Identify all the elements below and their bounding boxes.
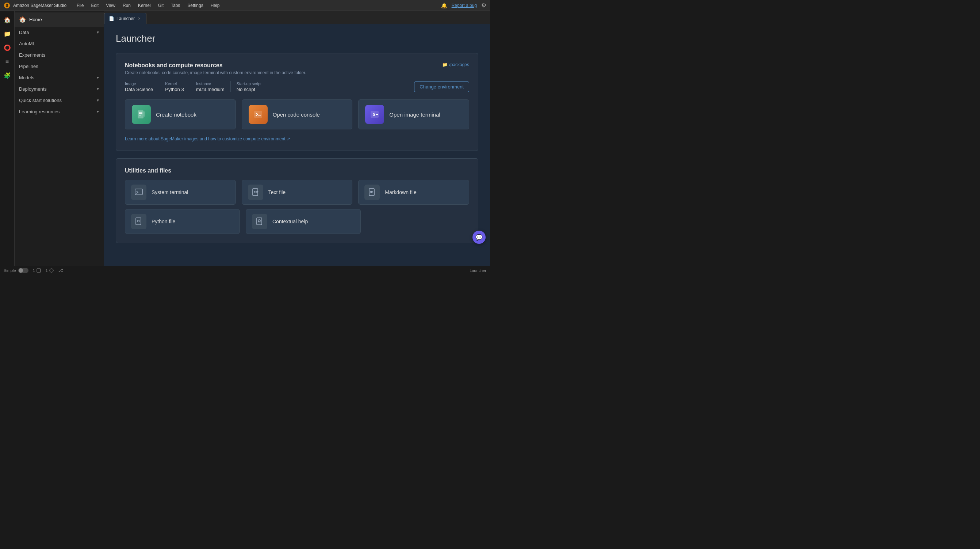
files-icon-btn[interactable]: 📁 [2,28,13,40]
sidebar-item-deployments[interactable]: Deployments ▼ [14,83,104,95]
main-layout: 🏠 📁 ⭕ ≡ 🧩 🏠 Home Data ▼ AutoML Experimen… [0,11,490,266]
create-notebook-button[interactable]: Create notebook [125,99,236,129]
create-notebook-label: Create notebook [156,112,196,118]
report-bug-link[interactable]: Report a bug [452,3,477,8]
menu-tabs[interactable]: Tabs [168,2,183,9]
sidebar-item-pipelines[interactable]: Pipelines [14,61,104,72]
tab-launcher-label: Launcher [116,16,135,21]
svg-rect-5 [139,115,141,115]
sidebar-home-label: Home [29,17,42,22]
utilities-section: Utilities and files System terminal [116,158,478,243]
utility-row-2: PY Python file [125,209,469,234]
circle-icon-btn[interactable]: ⭕ [2,41,13,53]
utility-spacer [367,209,469,234]
file-count: 1 [46,268,54,273]
svg-rect-19 [257,218,262,225]
tabs-bar: 📄 Launcher × [104,11,490,24]
git-icon[interactable]: ⎇ [59,268,63,273]
notebook-action-buttons: Create notebook Open code console [125,99,469,129]
home-icon-btn[interactable]: 🏠 [2,14,13,26]
utilities-section-title: Utilities and files [125,168,469,174]
menu-run[interactable]: Run [120,2,134,9]
packages-link[interactable]: 📁 /packages [442,62,469,67]
svg-point-20 [258,220,260,222]
env-startup: Start-up script No script [237,81,261,92]
sidebar-home[interactable]: 🏠 Home [14,13,104,27]
env-kernel: Kernel Python 3 [165,81,184,92]
launcher-title: Launcher [116,33,478,44]
menu-file[interactable]: File [74,2,86,9]
menu-kernel[interactable]: Kernel [135,2,154,9]
system-terminal-button[interactable]: System terminal [125,180,236,205]
sidebar-item-quick-start[interactable]: Quick start solutions ▼ [14,95,104,106]
launcher-status: Launcher [469,268,486,273]
notebooks-section: Notebooks and compute resources Create n… [116,53,478,151]
app-title: Amazon SageMaker Studio [13,3,67,8]
tab-close-button[interactable]: × [137,16,142,22]
utility-buttons: System terminal TXT Text file [125,180,469,234]
content-area: 📄 Launcher × Launcher Notebooks and comp… [104,11,490,266]
python-file-label: Python file [151,219,175,224]
sidebar-nav: 🏠 Home Data ▼ AutoML Experiments Pipelin… [14,11,104,266]
text-file-button[interactable]: TXT Text file [242,180,353,205]
notebooks-section-title: Notebooks and compute resources [125,62,306,69]
menu-git[interactable]: Git [155,2,167,9]
svg-text:MD: MD [370,191,373,194]
contextual-help-button[interactable]: Contextual help [246,209,361,234]
system-terminal-icon [131,185,146,200]
sidebar-item-learning-resources[interactable]: Learning resources ▼ [14,106,104,117]
text-file-icon: TXT [248,185,263,200]
learn-more-link[interactable]: Learn more about SageMaker images and ho… [125,135,469,142]
sidebar: 🏠 📁 ⭕ ≡ 🧩 🏠 Home Data ▼ AutoML Experimen… [0,11,104,266]
menu-help[interactable]: Help [208,2,223,9]
launcher-panel: Launcher Notebooks and compute resources… [104,24,490,266]
icon-rail: 🏠 📁 ⭕ ≡ 🧩 [0,11,14,266]
python-file-button[interactable]: PY Python file [125,209,240,234]
status-bar: Simple 1 1 ⎇ Launcher [0,266,490,274]
notebooks-section-header: Notebooks and compute resources Create n… [125,62,469,75]
contextual-help-label: Contextual help [272,219,308,224]
list-icon-btn[interactable]: ≡ [2,56,13,67]
menubar-right: 🔔 Report a bug ⚙ [441,2,486,9]
python-file-icon: PY [131,214,146,229]
sidebar-item-experiments[interactable]: Experiments [14,49,104,61]
sidebar-item-models[interactable]: Models ▼ [14,72,104,83]
settings-icon[interactable]: ⚙ [481,2,486,9]
open-code-console-button[interactable]: Open code console [242,99,353,129]
sidebar-item-data[interactable]: Data ▼ [14,27,104,38]
svg-text:S: S [6,4,8,8]
chat-bubble-button[interactable]: 💬 [473,231,485,244]
change-environment-button[interactable]: Change environment [414,81,469,92]
svg-rect-22 [37,269,41,272]
open-image-terminal-button[interactable]: $ Open image terminal [358,99,469,129]
menubar: S Amazon SageMaker Studio File Edit View… [0,0,490,11]
environment-row: Image Data Science Kernel Python 3 Insta… [125,81,469,92]
markdown-file-icon: MD [364,185,380,200]
sidebar-item-automl[interactable]: AutoML [14,38,104,49]
chevron-down-icon: ▼ [96,87,100,91]
menu-edit[interactable]: Edit [88,2,102,9]
chevron-down-icon: ▼ [96,98,100,102]
launcher-tab[interactable]: 📄 Launcher × [104,13,146,24]
notebooks-section-desc: Create notebooks, code console, image te… [125,70,306,75]
notifications-icon[interactable]: 🔔 [441,3,447,8]
chevron-down-icon: ▼ [96,30,100,34]
puzzle-icon-btn[interactable]: 🧩 [2,69,13,81]
svg-text:TXT: TXT [254,191,259,194]
svg-text:PY: PY [137,220,140,223]
console-icon [249,105,268,124]
svg-point-23 [50,269,53,272]
markdown-file-button[interactable]: MD Markdown file [358,180,469,205]
env-image: Image Data Science [125,81,153,92]
kernel-count: 1 [33,268,41,273]
tab-launcher-icon: 📄 [109,16,114,21]
svg-rect-3 [139,112,142,113]
menu-items: File Edit View Run Kernel Git Tabs Setti… [74,2,222,9]
simple-label: Simple [4,268,29,273]
terminal-icon: $ [365,105,384,124]
menu-view[interactable]: View [103,2,118,9]
env-divider-3 [231,81,231,92]
chevron-down-icon: ▼ [96,110,100,114]
menu-settings[interactable]: Settings [185,2,206,9]
text-file-label: Text file [268,189,286,195]
